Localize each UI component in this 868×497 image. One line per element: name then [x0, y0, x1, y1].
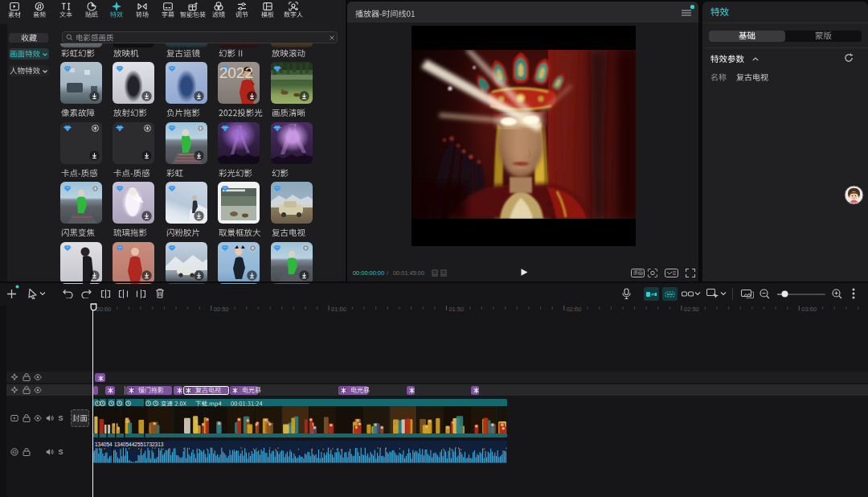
svg-text:03:00: 03:00: [801, 306, 817, 313]
svg-text:02:00: 02:00: [567, 306, 582, 313]
svg-text:02:30: 02:30: [684, 306, 699, 313]
svg-text:01:30: 01:30: [448, 306, 464, 313]
svg-text:01:00: 01:00: [331, 306, 346, 313]
svg-text:00:30: 00:30: [214, 306, 229, 313]
svg-text:00:00: 00:00: [96, 306, 112, 313]
